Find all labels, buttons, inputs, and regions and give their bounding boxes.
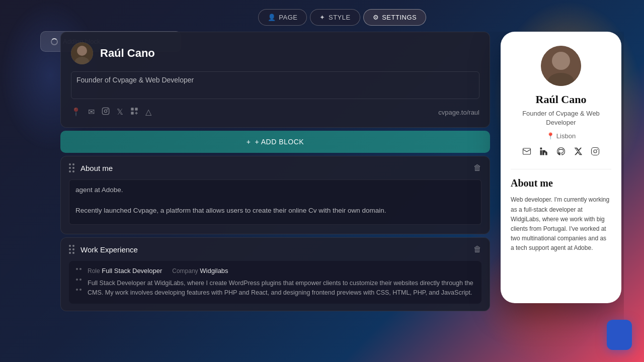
add-block-label: + ADD BLOCK (255, 138, 304, 146)
svg-point-16 (594, 150, 597, 153)
work-content: Role Full Stack Developer Company Widgil… (61, 261, 490, 311)
phone-about-title: About me (511, 177, 611, 189)
email-icon[interactable]: ✉ (88, 107, 95, 117)
linkedin-icon[interactable] (130, 107, 138, 117)
settings-icon: ⚙ (373, 14, 379, 21)
phone-name: Raúl Cano (511, 93, 611, 106)
svg-point-17 (597, 149, 598, 150)
location-icon[interactable]: 📍 (71, 107, 81, 117)
svg-rect-15 (592, 148, 599, 155)
social-icons-list: 📍 ✉ 𝕏 (71, 107, 151, 117)
phone-instagram-icon (591, 147, 600, 158)
work-drag-handle[interactable] (69, 245, 74, 254)
work-role-group: Role Full Stack Developer (88, 267, 162, 275)
svg-rect-14 (540, 150, 542, 155)
style-nav-label: STYLE (329, 14, 351, 21)
phone-twitter-icon (574, 147, 583, 158)
phone-frame: Raúl Cano Founder of Cvpage & Web Develo… (501, 32, 621, 303)
work-meta: Role Full Stack Developer Company Widgil… (88, 267, 474, 275)
svg-point-10 (552, 52, 570, 70)
work-header-left: Work Experience (69, 245, 138, 254)
style-nav-btn[interactable]: ✦ STYLE (310, 9, 360, 26)
profile-footer: 📍 ✉ 𝕏 (71, 107, 479, 117)
avatar (71, 42, 93, 64)
phone-avatar (541, 46, 581, 86)
work-title: Work Experience (80, 245, 138, 254)
add-block-button[interactable]: + + ADD BLOCK (60, 131, 490, 153)
settings-nav-btn[interactable]: ⚙ SETTINGS (363, 9, 427, 26)
svg-point-4 (104, 110, 107, 112)
phone-location-text: Lisbon (556, 132, 576, 140)
preview-panel: Raúl Cano Founder of Cvpage & Web Develo… (498, 32, 624, 362)
phone-content: Raúl Cano Founder of Cvpage & Web Develo… (501, 32, 621, 303)
profile-block: Raúl Cano Founder of Cvpage & Web Develo… (60, 32, 490, 128)
phone-social-icons (511, 147, 611, 158)
svg-rect-13 (540, 148, 542, 150)
phone-github-icon (556, 147, 566, 158)
page-nav-btn[interactable]: 👤 PAGE (258, 9, 307, 26)
svg-point-1 (77, 46, 87, 56)
work-company-group: Company Widgilabs (172, 267, 228, 275)
role-label: Role (88, 267, 100, 275)
about-me-delete-icon[interactable]: 🗑 (473, 163, 481, 172)
floating-widget[interactable] (607, 320, 632, 350)
work-delete-icon[interactable]: 🗑 (473, 245, 481, 254)
about-me-title: About me (80, 164, 113, 172)
svg-rect-6 (131, 108, 133, 110)
add-block-icon: + (247, 138, 251, 146)
role-value: Full Stack Developer (102, 267, 162, 275)
work-entry-info: Role Full Stack Developer Company Widgil… (88, 267, 474, 298)
company-value: Widgilabs (200, 267, 228, 275)
content-area: Raúl Cano Founder of Cvpage & Web Develo… (60, 32, 624, 362)
company-label: Company (172, 267, 198, 275)
avatar-svg (71, 42, 93, 64)
profile-bio-textarea[interactable]: Founder of Cvpage & Web Developer (71, 71, 479, 99)
phone-about-text: Web developer. I'm currently working as … (511, 195, 611, 253)
about-me-textarea[interactable]: agent at Adobe. Recently launched Cvpage… (69, 179, 481, 225)
phone-linkedin-icon (539, 147, 548, 158)
style-icon: ✦ (319, 14, 326, 21)
profile-url: cvpage.to/raul (438, 109, 479, 116)
page-icon: 👤 (268, 14, 276, 21)
phone-profile-title: Founder of Cvpage & Web Developer (511, 109, 611, 127)
editor-panel: Raúl Cano Founder of Cvpage & Web Develo… (60, 32, 490, 362)
top-nav: 👤 PAGE ✦ STYLE ⚙ SETTINGS (60, 0, 624, 32)
svg-point-5 (107, 109, 108, 110)
work-header: Work Experience 🗑 (61, 238, 490, 261)
work-entry-drag-handle[interactable] (76, 267, 82, 298)
svg-rect-12 (523, 148, 531, 154)
profile-header: Raúl Cano (71, 42, 479, 64)
about-me-section: About me 🗑 agent at Adobe. Recently laun… (60, 156, 490, 234)
phone-divider (511, 169, 611, 169)
profile-name: Raúl Cano (100, 47, 155, 60)
page-nav-label: PAGE (279, 14, 297, 21)
twitter-icon[interactable]: 𝕏 (117, 107, 123, 117)
location-pin-icon: 📍 (546, 132, 554, 140)
github-icon[interactable]: △ (145, 107, 151, 117)
work-description: Full Stack Developer at WidgiLabs, where… (88, 279, 474, 298)
svg-rect-3 (102, 108, 109, 114)
work-entry: Role Full Stack Developer Company Widgil… (69, 261, 481, 304)
about-me-header: About me 🗑 (61, 156, 490, 179)
svg-rect-7 (135, 108, 137, 110)
svg-rect-8 (131, 112, 133, 114)
about-me-drag-handle[interactable] (69, 163, 74, 172)
phone-email-icon (522, 147, 531, 158)
about-me-content: agent at Adobe. Recently launched Cvpage… (61, 179, 490, 234)
main-container: 👤 PAGE ✦ STYLE ⚙ SETTINGS (20, 0, 624, 362)
phone-location: 📍 Lisbon (511, 132, 611, 140)
phone-avatar-svg (541, 46, 581, 86)
settings-nav-label: SETTINGS (382, 14, 417, 21)
instagram-icon[interactable] (102, 107, 110, 117)
about-me-header-left: About me (69, 163, 113, 172)
work-experience-section: Work Experience 🗑 (60, 237, 490, 311)
